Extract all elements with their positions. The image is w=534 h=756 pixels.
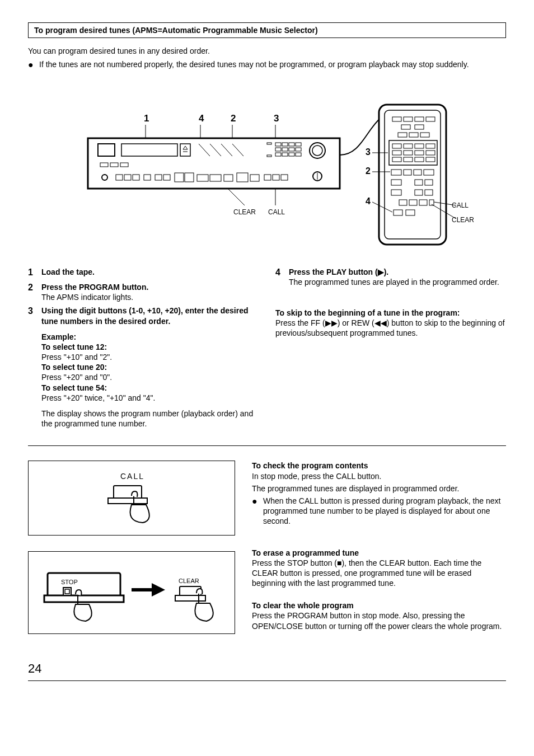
svg-point-24 bbox=[312, 145, 322, 156]
step-1-head: Load the tape. bbox=[41, 267, 259, 277]
svg-rect-19 bbox=[282, 153, 288, 156]
callout-1: 1 bbox=[144, 113, 149, 124]
remote-callout-4: 4 bbox=[366, 196, 371, 206]
check-l1: In stop mode, press the CALL button. bbox=[252, 471, 506, 481]
remote-callout-2: 2 bbox=[366, 166, 371, 176]
svg-rect-83 bbox=[425, 180, 433, 185]
check-l2: The programmed tunes are displayed in pr… bbox=[252, 483, 506, 494]
svg-rect-30 bbox=[124, 175, 131, 180]
step-2: 2 Press the PROGRAM button. The APMS ind… bbox=[28, 282, 259, 302]
step-4-sub: The programmed tunes are played in the p… bbox=[289, 277, 506, 287]
svg-rect-87 bbox=[399, 200, 407, 205]
note-bullet-row: ● If the tunes are not numbered properly… bbox=[28, 59, 506, 71]
step-4: 4 Press the PLAY button (▶). The program… bbox=[275, 267, 506, 287]
call-label: CALL bbox=[120, 472, 144, 481]
svg-rect-1 bbox=[98, 144, 115, 156]
step-4-num: 4 bbox=[275, 267, 289, 287]
svg-rect-58 bbox=[426, 117, 435, 121]
svg-rect-80 bbox=[424, 170, 434, 175]
step-3-num: 3 bbox=[28, 306, 41, 326]
remote-call-label: CALL bbox=[452, 201, 469, 209]
device-and-remote-diagram: 1 4 2 3 CLEAR CALL bbox=[54, 82, 480, 250]
svg-rect-63 bbox=[420, 133, 429, 137]
svg-rect-11 bbox=[282, 143, 288, 146]
page-footer-rule bbox=[28, 680, 506, 681]
svg-rect-59 bbox=[401, 125, 410, 129]
check-head: To check the program contents bbox=[252, 461, 506, 471]
svg-rect-33 bbox=[155, 175, 162, 180]
lower-left-illustrations: CALL STOP bbox=[28, 461, 235, 650]
svg-rect-40 bbox=[237, 173, 248, 182]
step-1: 1 Load the tape. bbox=[28, 267, 259, 279]
check-bullet-row: ● When the CALL button is pressed during… bbox=[252, 496, 506, 527]
svg-rect-41 bbox=[250, 175, 259, 181]
svg-rect-103 bbox=[65, 589, 69, 594]
skip-body: Press the FF (▶▶) or REW (◀◀) button to … bbox=[275, 318, 506, 338]
ex2-head: To select tune 20: bbox=[41, 362, 259, 372]
svg-rect-66 bbox=[404, 144, 413, 148]
note-bullet-text: If the tunes are not numbered properly, … bbox=[39, 59, 506, 71]
svg-rect-12 bbox=[289, 143, 294, 146]
step-1-num: 1 bbox=[28, 267, 41, 279]
svg-rect-99 bbox=[108, 498, 147, 504]
section-divider bbox=[28, 445, 506, 446]
clearall-head: To clear the whole program bbox=[252, 600, 506, 611]
check-bullet-dot-icon: ● bbox=[252, 496, 263, 527]
remote-callout-3: 3 bbox=[366, 147, 371, 157]
svg-rect-82 bbox=[415, 180, 423, 185]
callout-2: 2 bbox=[231, 113, 236, 124]
svg-rect-29 bbox=[116, 175, 123, 180]
svg-rect-2 bbox=[121, 144, 177, 156]
svg-rect-101 bbox=[44, 595, 124, 602]
svg-rect-89 bbox=[419, 200, 427, 205]
svg-rect-35 bbox=[175, 173, 184, 182]
ex3-body: Press "+20" twice, "+10" and "4". bbox=[41, 393, 259, 403]
svg-rect-67 bbox=[415, 144, 424, 148]
svg-rect-13 bbox=[296, 143, 301, 146]
example-block: Example: To select tune 12: Press "+10" … bbox=[41, 332, 259, 403]
svg-rect-71 bbox=[415, 151, 424, 155]
svg-rect-68 bbox=[426, 144, 435, 148]
svg-rect-91 bbox=[394, 210, 402, 215]
svg-line-51 bbox=[228, 189, 245, 205]
svg-rect-34 bbox=[163, 175, 170, 180]
svg-rect-84 bbox=[391, 190, 401, 195]
example-label: Example: bbox=[41, 332, 259, 342]
svg-rect-76 bbox=[426, 157, 435, 162]
ex2-body: Press "+20" and "0". bbox=[41, 372, 259, 382]
intro-text: You can program desired tunes in any des… bbox=[28, 46, 506, 56]
step-4-head: Press the PLAY button (▶). bbox=[289, 267, 506, 277]
svg-rect-17 bbox=[296, 148, 301, 151]
step-2-sub: The APMS indicator lights. bbox=[41, 292, 259, 302]
steps-left-col: 1 Load the tape. 2 Press the PROGRAM but… bbox=[28, 267, 259, 429]
remote-control-drawing: 3 2 4 CALL CLEAR bbox=[366, 105, 474, 245]
svg-rect-36 bbox=[185, 173, 194, 182]
svg-rect-79 bbox=[414, 170, 421, 175]
svg-rect-55 bbox=[392, 117, 401, 121]
svg-rect-92 bbox=[406, 210, 415, 215]
svg-rect-60 bbox=[415, 125, 424, 129]
svg-rect-18 bbox=[275, 153, 281, 156]
svg-rect-21 bbox=[296, 153, 301, 156]
step-2-num: 2 bbox=[28, 282, 41, 302]
check-bullet-text: When the CALL button is pressed during p… bbox=[263, 496, 506, 527]
svg-rect-22 bbox=[267, 155, 271, 157]
svg-rect-37 bbox=[197, 175, 208, 181]
svg-rect-62 bbox=[409, 133, 418, 137]
svg-rect-74 bbox=[404, 157, 413, 162]
svg-rect-85 bbox=[415, 190, 423, 195]
svg-rect-65 bbox=[392, 144, 401, 148]
ex1-body: Press "+10" and "2". bbox=[41, 352, 259, 362]
section-title-box: To program desired tunes (APMS=Automatic… bbox=[28, 22, 506, 38]
svg-rect-86 bbox=[425, 190, 433, 195]
svg-rect-72 bbox=[426, 151, 435, 155]
svg-rect-56 bbox=[404, 117, 413, 121]
skip-head: To skip to the beginning of a tune in th… bbox=[275, 308, 506, 318]
step-3: 3 Using the digit buttons (1-0, +10, +20… bbox=[28, 306, 259, 326]
deck-call-label: CALL bbox=[268, 208, 285, 216]
svg-rect-42 bbox=[264, 175, 271, 180]
bullet-dot-icon: ● bbox=[28, 59, 39, 71]
svg-rect-88 bbox=[409, 200, 417, 205]
svg-point-28 bbox=[102, 175, 107, 180]
svg-rect-15 bbox=[282, 148, 288, 151]
